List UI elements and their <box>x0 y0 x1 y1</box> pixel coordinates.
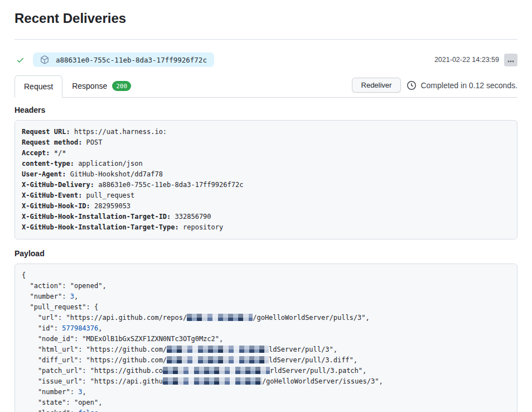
divider <box>14 39 518 40</box>
payload-line: "id": 577984376, <box>22 323 510 334</box>
header-line: User-Agent: GitHub-Hookshot/dd7af78 <box>22 169 510 180</box>
delivery-timestamp: 2021-02-22 14:23:59 <box>434 56 499 64</box>
header-line: Request method: POST <box>22 137 510 148</box>
headers-label: Headers <box>14 106 518 114</box>
redacted-blur <box>163 367 270 374</box>
delivery-tabbar: Request Response 200 Redeliver Completed… <box>14 75 518 98</box>
package-icon <box>40 55 49 64</box>
header-line: X-GitHub-Hook-ID: 282959053 <box>22 201 510 212</box>
payload-line: "node_id": "MDExOlB1bGxSZXF1ZXN0NTc3OTg0… <box>22 334 510 344</box>
header-line: Accept: */* <box>22 148 510 159</box>
payload-line: "action": "opened", <box>22 281 510 291</box>
recent-deliveries-panel: Recent Deliveries a88631e0-755c-11eb-8da… <box>0 11 532 412</box>
payload-line: "state": "open", <box>22 397 510 408</box>
ellipsis-icon <box>507 56 514 64</box>
header-line: X-GitHub-Hook-Installation-Target-Type: … <box>22 222 510 233</box>
headers-code-block: Request URL: https://uat.harness.io:Requ… <box>14 120 518 239</box>
delivery-guid-pill[interactable]: a88631e0-755c-11eb-8da3-17ff9926f72c <box>33 52 214 67</box>
header-line: content-type: application/json <box>22 159 510 169</box>
redacted-blur <box>167 356 269 363</box>
payload-line: "html_url": "https://github.com/ldServer… <box>22 344 510 355</box>
payload-label: Payload <box>14 249 518 258</box>
completed-text: Completed in 0.12 seconds. <box>420 81 518 90</box>
page-title: Recent Deliveries <box>14 11 518 26</box>
payload-line: "number": 3, <box>22 291 510 302</box>
redacted-blur <box>167 346 269 353</box>
redeliver-button[interactable]: Redeliver <box>352 78 402 93</box>
payload-line: "patch_url": "https://github.corldServer… <box>22 366 510 376</box>
response-status-badge: 200 <box>112 81 131 91</box>
check-icon <box>16 56 25 64</box>
header-line: X-GitHub-Event: pull_request <box>22 190 510 201</box>
tab-request[interactable]: Request <box>14 75 62 98</box>
delivery-guid: a88631e0-755c-11eb-8da3-17ff9926f72c <box>56 56 207 64</box>
tab-actions: Redeliver Completed in 0.12 seconds. <box>352 78 518 97</box>
payload-line: "number": 3, <box>22 387 510 397</box>
redacted-blur <box>187 314 253 321</box>
tab-response-label: Response <box>72 80 107 92</box>
redacted-blur <box>163 377 262 385</box>
header-line: X-GitHub-Delivery: a88631e0-755c-11eb-8d… <box>22 180 510 190</box>
delivery-row: a88631e0-755c-11eb-8da3-17ff9926f72c 202… <box>14 51 518 68</box>
tab-request-label: Request <box>24 81 53 92</box>
header-line: X-GitHub-Hook-Installation-Target-ID: 33… <box>22 212 510 222</box>
payload-line: "pull_request": { <box>22 302 510 313</box>
tab-response[interactable]: Response 200 <box>62 75 141 97</box>
payload-line: "diff_url": "https://github.com/ldServer… <box>22 355 510 366</box>
payload-code-block: { "action": "opened", "number": 3, "pull… <box>14 264 518 412</box>
payload-line: "url": "https://api.github.com/repos//go… <box>22 313 510 323</box>
header-line: Request URL: https://uat.harness.io: <box>22 127 510 137</box>
payload-line: { <box>22 270 510 281</box>
clock-icon <box>407 81 416 90</box>
delivery-options-button[interactable] <box>504 54 518 66</box>
payload-line: "locked": false, <box>22 408 510 412</box>
completed-status: Completed in 0.12 seconds. <box>407 81 518 90</box>
payload-line: "issue_url": "https://api.githu/goHelloW… <box>22 376 510 387</box>
